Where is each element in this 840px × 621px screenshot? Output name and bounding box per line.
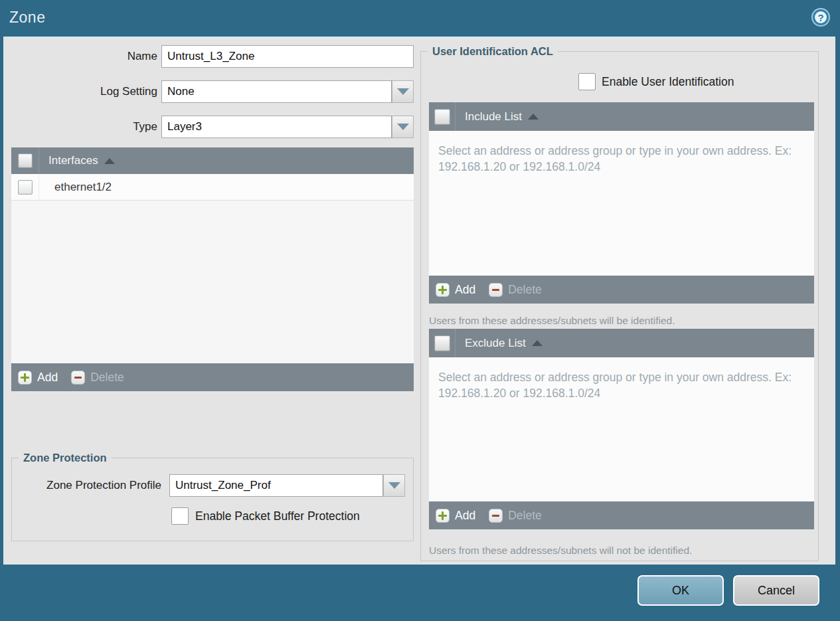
enable-packet-buffer-protection-label: Enable Packet Buffer Protection (195, 507, 360, 525)
exclude-list-column-label: Exclude List (465, 337, 526, 350)
ok-button-label: OK (672, 584, 689, 598)
type-label: Type (3, 116, 157, 138)
include-add-label: Add (455, 283, 475, 297)
ok-button[interactable]: OK (637, 575, 724, 606)
zone-dialog: Zone ? Name Log Setting Type (0, 0, 840, 621)
exclude-list-table: Exclude List Select an address or addres… (429, 329, 814, 529)
table-row[interactable]: ethernet1/2 (11, 174, 414, 201)
dialog-body: Name Log Setting Type Interfaces (3, 37, 835, 565)
enable-packet-buffer-protection-checkbox[interactable] (171, 507, 189, 525)
add-interface-button[interactable]: Add (18, 371, 58, 385)
enable-user-identification-checkbox[interactable] (578, 73, 596, 90)
exclude-list-body[interactable]: Select an address or address group or ty… (429, 357, 814, 501)
name-label: Name (3, 45, 157, 68)
plus-icon (436, 283, 450, 297)
include-header-checkbox-cell (429, 102, 456, 131)
include-delete-button[interactable]: Delete (489, 283, 542, 297)
sort-ascending-icon (104, 158, 115, 164)
help-icon[interactable]: ? (811, 7, 831, 27)
add-button-label: Add (37, 371, 58, 385)
minus-icon (489, 283, 503, 297)
include-list-column-header[interactable]: Include List (456, 110, 539, 124)
title-bar: Zone ? (0, 0, 840, 37)
row-checkbox-cell (11, 174, 39, 200)
minus-icon (71, 371, 85, 385)
exclude-add-button[interactable]: Add (436, 509, 475, 523)
exclude-list-placeholder: Select an address or address group or ty… (429, 357, 814, 401)
interfaces-column-label: Interfaces (48, 154, 98, 167)
dialog-title: Zone (9, 9, 45, 27)
zone-protection-profile-dropdown-button[interactable] (383, 474, 405, 497)
exclude-select-all-checkbox[interactable] (434, 335, 450, 351)
cancel-button-label: Cancel (758, 584, 795, 598)
log-setting-label: Log Setting (3, 80, 157, 103)
include-list-body[interactable]: Select an address or address group or ty… (429, 131, 814, 276)
exclude-delete-button[interactable]: Delete (489, 509, 542, 523)
interfaces-column-header[interactable]: Interfaces (39, 154, 115, 167)
minus-icon (489, 509, 503, 523)
name-input[interactable] (161, 45, 414, 68)
exclude-list-caption: Users from these addresses/subnets will … (429, 545, 692, 557)
interfaces-table-empty-area (11, 201, 414, 363)
log-setting-dropdown-button[interactable] (392, 80, 414, 103)
user-identification-acl-legend: User Identification ACL (428, 45, 558, 58)
delete-interface-button[interactable]: Delete (71, 371, 124, 385)
zone-protection-profile-input[interactable] (169, 474, 383, 497)
zone-protection-legend: Zone Protection (19, 452, 112, 464)
interfaces-table: Interfaces ethernet1/2 Add Delete (11, 147, 414, 391)
row-checkbox[interactable] (18, 180, 33, 195)
exclude-list-footer: Add Delete (429, 501, 814, 529)
exclude-list-header: Exclude List (429, 329, 814, 357)
exclude-delete-label: Delete (508, 509, 542, 523)
type-input[interactable] (161, 116, 392, 138)
delete-button-label: Delete (90, 371, 124, 385)
interfaces-table-header: Interfaces (11, 147, 414, 174)
include-list-table: Include List Select an address or addres… (429, 102, 814, 304)
include-list-placeholder: Select an address or address group or ty… (429, 131, 814, 175)
enable-user-identification-label: Enable User Identification (602, 73, 734, 91)
include-list-caption: Users from these addresses/subnets will … (429, 315, 675, 327)
plus-icon (18, 371, 32, 385)
type-dropdown-button[interactable] (392, 116, 414, 138)
select-all-checkbox[interactable] (18, 153, 33, 168)
include-add-button[interactable]: Add (436, 283, 475, 297)
exclude-add-label: Add (455, 509, 475, 523)
exclude-list-column-header[interactable]: Exclude List (456, 337, 543, 350)
interfaces-table-footer: Add Delete (11, 363, 414, 391)
include-select-all-checkbox[interactable] (434, 109, 450, 125)
svg-text:?: ? (817, 12, 823, 23)
sort-ascending-icon (528, 114, 539, 120)
plus-icon (436, 509, 450, 523)
chevron-down-icon (397, 124, 409, 130)
interfaces-header-checkbox-cell (11, 147, 39, 174)
include-list-column-label: Include List (465, 110, 522, 124)
sort-ascending-icon (532, 340, 543, 346)
zone-protection-profile-label: Zone Protection Profile (19, 474, 161, 497)
exclude-header-checkbox-cell (429, 329, 456, 357)
chevron-down-icon (397, 88, 409, 95)
include-delete-label: Delete (508, 283, 542, 297)
log-setting-input[interactable] (161, 80, 392, 103)
include-list-header: Include List (429, 102, 814, 131)
include-list-footer: Add Delete (429, 276, 814, 304)
chevron-down-icon (388, 482, 400, 489)
cancel-button[interactable]: Cancel (733, 575, 819, 606)
user-identification-acl-group: User Identification ACL Enable User Iden… (420, 51, 819, 561)
zone-protection-group: Zone Protection Zone Protection Profile … (11, 458, 414, 541)
interface-name: ethernet1/2 (39, 181, 112, 194)
